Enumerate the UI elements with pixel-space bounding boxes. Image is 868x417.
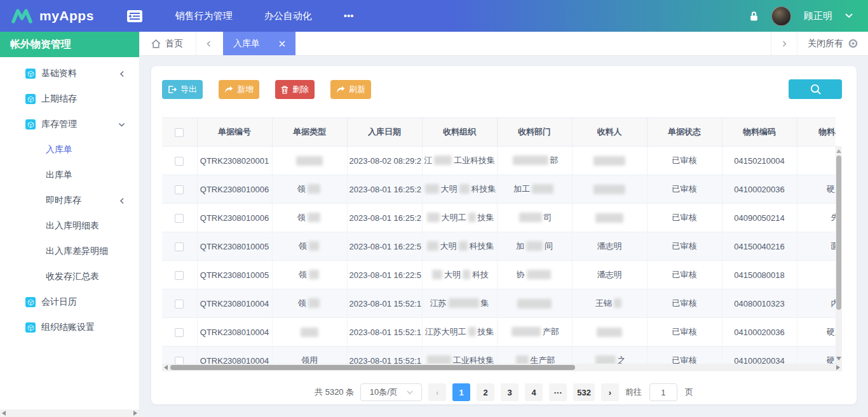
cube-icon [25, 322, 36, 333]
cell: 内 [797, 289, 836, 318]
table-row: QTRK23080200012023-08-02 08:29:2江工业科技集部已… [162, 147, 836, 175]
prev-page-button[interactable]: ‹ [428, 383, 446, 401]
horizontal-scrollbar-thumb[interactable] [170, 365, 575, 370]
sidebar-item-label: 出入库明细表 [46, 220, 99, 232]
lock-icon[interactable] [749, 11, 759, 22]
refresh-label: 刷新 [349, 84, 365, 95]
cube-icon [25, 69, 36, 79]
table-row: QTRK2308010005领2023-08-01 16:22:5大明科技协潘志… [162, 261, 836, 289]
sidebar-item-realtime-inventory[interactable]: 即时库存 [0, 188, 139, 213]
close-all-tabs-button[interactable]: 关闭所有 [797, 32, 868, 55]
toolbar: 导出 新增 删除 刷新 [162, 80, 371, 99]
cell: 部 [497, 147, 572, 175]
row-checkbox[interactable] [175, 185, 184, 194]
next-page-button[interactable]: › [601, 383, 619, 401]
user-chevron-down-icon[interactable] [845, 13, 853, 18]
top-menu-more[interactable]: ••• [344, 0, 354, 32]
page-button-1[interactable]: 1 [452, 383, 470, 401]
redacted-blur [526, 241, 543, 251]
table-vertical-scrollbar[interactable] [836, 146, 842, 364]
add-button[interactable]: 新增 [219, 80, 259, 99]
vertical-scrollbar-thumb[interactable] [836, 156, 841, 310]
redacted-blur [308, 184, 320, 194]
scroll-up-arrow-icon[interactable] [836, 149, 841, 153]
row-checkbox[interactable] [175, 214, 184, 223]
select-all-checkbox[interactable] [175, 128, 184, 137]
trash-icon [281, 86, 288, 94]
page-button-532[interactable]: 532 [573, 383, 595, 401]
cell: QTRK2308010004 [197, 318, 272, 347]
scroll-left-arrow-icon[interactable] [164, 365, 168, 370]
export-icon [168, 86, 177, 93]
delete-button[interactable]: 删除 [275, 80, 315, 99]
home-breadcrumb[interactable]: 首页 [140, 32, 196, 55]
redacted-blur [614, 298, 621, 308]
row-checkbox[interactable] [175, 328, 184, 337]
export-button[interactable]: 导出 [162, 80, 203, 99]
scroll-left-arrow-icon[interactable] [2, 411, 6, 416]
sidebar-item-inbound-order[interactable]: 入库单 [0, 137, 139, 162]
row-checkbox[interactable] [175, 157, 184, 166]
app-logo[interactable]: myApps [11, 8, 94, 23]
top-menu-sales[interactable]: 销售行为管理 [175, 0, 233, 32]
table-horizontal-scrollbar[interactable] [162, 364, 842, 371]
user-name[interactable]: 顾正明 [804, 10, 832, 22]
cell: 2023-08-02 08:29:2 [347, 147, 422, 175]
sidebar-item-inout-detail[interactable]: 出入库明细表 [0, 213, 139, 239]
scroll-right-arrow-icon[interactable] [133, 411, 137, 416]
cell: 生产部 [497, 347, 572, 364]
goto-page-input[interactable] [649, 383, 677, 401]
sidebar-item-inventory-management[interactable]: 库存管理 [0, 112, 139, 137]
cell: 已审核 [647, 147, 722, 175]
top-menu-office[interactable]: 办公自动化 [264, 0, 312, 32]
sidebar-item-summary-report[interactable]: 收发存汇总表 [0, 264, 139, 289]
sidebar-horizontal-scrollbar[interactable] [0, 409, 139, 417]
page-more-button[interactable]: ··· [549, 383, 567, 401]
redacted-blur [309, 241, 319, 251]
cell [572, 318, 647, 347]
cell [572, 175, 647, 204]
sidebar-item-label: 基础资料 [41, 68, 77, 79]
cell: QTRK2308020001 [197, 147, 272, 175]
page-button-4[interactable]: 4 [525, 383, 543, 401]
refresh-button[interactable]: 刷新 [330, 80, 371, 99]
scroll-right-arrow-icon[interactable] [836, 365, 840, 370]
target-circle-icon[interactable] [848, 39, 858, 48]
sidebar-item-opening-balance[interactable]: 上期结存 [0, 86, 139, 112]
home-label: 首页 [165, 38, 183, 50]
row-checkbox[interactable] [175, 271, 184, 280]
tab-inbound-order[interactable]: 入库单 [223, 32, 295, 55]
scroll-down-arrow-icon[interactable] [836, 357, 841, 361]
sidebar-item-basic-data[interactable]: 基础资料 [0, 61, 139, 86]
row-checkbox[interactable] [175, 357, 184, 364]
cell: 04100020034 [722, 347, 797, 364]
module-title: 帐外物资管理 [0, 32, 139, 57]
logo-m-icon [11, 8, 33, 23]
redacted-blur [593, 185, 625, 194]
redacted-blur [519, 213, 542, 222]
sidebar-item-org-closing-settings[interactable]: 组织结账设置 [0, 315, 139, 340]
cell: 领 [272, 204, 347, 232]
tabs-scroll-left-button[interactable] [196, 32, 222, 55]
tabs-scroll-right-button[interactable] [771, 32, 797, 55]
redacted-blur [308, 213, 320, 222]
page-button-3[interactable]: 3 [501, 383, 519, 401]
table-row: QTRK2308010006领2023-08-01 16:25:2大明科技集加工… [162, 175, 836, 204]
sidebar-item-inout-diff-detail[interactable]: 出入库差异明细 [0, 239, 139, 264]
cell: QTRK2308010006 [197, 175, 272, 204]
row-checkbox[interactable] [175, 300, 184, 308]
sidebar-item-outbound-order[interactable]: 出库单 [0, 162, 139, 188]
tabbar-spacer [295, 32, 771, 55]
collapse-sidebar-icon[interactable] [127, 10, 142, 22]
page-button-2[interactable]: 2 [477, 383, 494, 401]
row-checkbox[interactable] [175, 242, 184, 251]
tab-close-icon[interactable] [279, 41, 285, 47]
redacted-blur [301, 328, 318, 337]
search-button[interactable] [789, 79, 842, 99]
page-size-select[interactable]: 10条/页 [360, 383, 422, 401]
tab-bar: 首页 入库单 关闭所有 [140, 32, 868, 56]
user-avatar[interactable] [771, 6, 791, 26]
sidebar-item-accounting-calendar[interactable]: 会计日历 [0, 289, 139, 315]
column-header: 收料部门 [497, 118, 572, 147]
close-all-label: 关闭所有 [808, 38, 843, 50]
